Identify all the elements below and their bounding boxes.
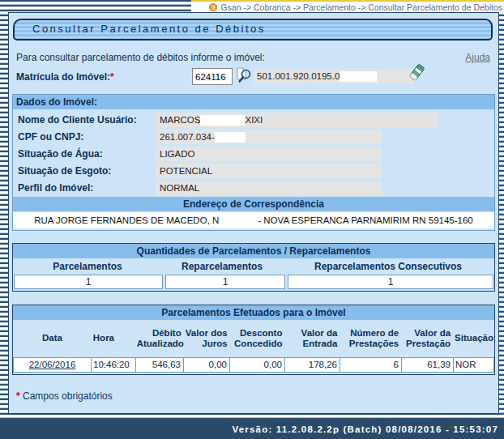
- matricula-input[interactable]: [192, 68, 233, 85]
- cell-valor-juros: 0,00: [184, 357, 230, 373]
- field-row-nome: Nome do Cliente Usuário: MARCOSXIXI: [13, 111, 494, 128]
- cell-situacao: NOR: [454, 357, 494, 373]
- col-valor-juros: Valor dos Juros: [184, 326, 230, 351]
- col-debito-atualizado: Débito Atualizado: [136, 326, 184, 351]
- inscricao-field: 501.001.920.0195.0: [254, 69, 413, 84]
- nome-cliente-value: MARCOSXIXI: [156, 113, 438, 127]
- col-valor-prestacao: Valor da Prestação: [401, 326, 453, 351]
- col-reparcelamentos: Reparcelamentos: [162, 261, 282, 272]
- quantidades-values-row: 1 1 1: [13, 275, 494, 291]
- gsan-window: ? Gsan -> Cobranca -> Parcelamento -> Co…: [0, 0, 504, 439]
- perfil-imovel-label: Perfil do Imóvel:: [13, 182, 156, 194]
- cpf-cnpj-value: 261.007.034-: [156, 130, 382, 144]
- col-reparcelamentos-consecutivos: Reparcelamentos Consecutivos: [282, 261, 494, 272]
- dados-imovel-fields: Nome do Cliente Usuário: MARCOSXIXI CPF …: [13, 109, 494, 197]
- help-link[interactable]: Ajuda: [465, 52, 490, 63]
- redacted-block: [200, 115, 245, 126]
- cell-data: 22/06/2016: [13, 357, 92, 373]
- quantidades-column-headers: Parcelamentos Reparcelamentos Reparcelam…: [13, 258, 494, 275]
- field-row-cpf: CPF ou CNPJ: 261.007.034-: [13, 128, 494, 145]
- reparcelamentos-count: 1: [165, 275, 285, 289]
- col-desconto-concedido: Desconto Concedido: [230, 326, 285, 351]
- eraser-icon: [408, 63, 425, 83]
- help-icon: ?: [209, 3, 217, 11]
- cell-debito-atualizado: 546,63: [136, 357, 184, 373]
- situacao-agua-value: LIGADO: [156, 147, 382, 161]
- breadcrumb: ? Gsan -> Cobranca -> Parcelamento -> Co…: [191, 0, 504, 12]
- cell-hora: 10:46:20: [92, 357, 136, 373]
- nome-cliente-label: Nome do Cliente Usuário:: [13, 114, 156, 126]
- main-panel: Consultar Parcelamento de Débitos Para c…: [8, 12, 499, 414]
- reparcelamentos-consecutivos-count: 1: [288, 275, 493, 289]
- redacted-block: [340, 71, 377, 82]
- col-situacao: Situação: [453, 331, 494, 345]
- situacao-agua-label: Situação de Água:: [13, 148, 156, 160]
- intro-row: Para consultar parcelamento de débitos i…: [16, 52, 490, 63]
- parcelamentos-count: 1: [14, 275, 163, 289]
- situacao-esgoto-value: POTENCIAL: [156, 164, 382, 178]
- col-hora: Hora: [92, 331, 136, 345]
- dados-imovel-section: Dados do Imóvel: Nome do Cliente Usuário…: [12, 94, 495, 231]
- col-parcelamentos: Parcelamentos: [13, 261, 162, 272]
- quantidades-section: Quantidades de Parcelamentos / Reparcela…: [12, 243, 495, 292]
- redacted-block: [215, 132, 246, 143]
- endereco-header: Endereço de Correspondência: [13, 197, 494, 211]
- col-valor-entrada: Valor da Entrada: [284, 326, 340, 351]
- field-row-agua: Situação de Água: LIGADO: [13, 145, 494, 162]
- endereco-value: RUA JORGE FERNANDES DE MACEDO, N- NOVA E…: [13, 212, 494, 228]
- field-row-perfil: Perfil do Imóvel: NORMAL: [13, 179, 494, 196]
- perfil-imovel-value: NORMAL: [156, 181, 382, 195]
- field-row-esgoto: Situação de Esgoto: POTENCIAL: [13, 162, 494, 179]
- cell-desconto-concedido: 0,00: [230, 357, 285, 373]
- redacted-block: [219, 215, 258, 226]
- matricula-label: Matrícula do Imóvel:*: [16, 71, 114, 83]
- search-imovel-button[interactable]: [235, 66, 253, 86]
- situacao-esgoto-label: Situação de Esgoto:: [13, 165, 156, 177]
- dados-imovel-header: Dados do Imóvel:: [13, 95, 494, 109]
- table-row: 22/06/2016 10:46:20 546,63 0,00 0,00 178…: [13, 357, 494, 374]
- matricula-row: Matrícula do Imóvel:* 501.001.920.0195.0: [9, 68, 498, 89]
- required-asterisk: *: [110, 71, 114, 83]
- search-icon: [236, 67, 252, 83]
- parcelamento-date-link[interactable]: 22/06/2016: [29, 360, 76, 369]
- parcelamentos-table: Parcelamentos Efetuados para o Imóvel Da…: [12, 305, 495, 375]
- cell-numero-prestacoes: 6: [340, 357, 402, 373]
- col-numero-prestacoes: Número de Prestações: [340, 326, 401, 351]
- parcelamentos-table-header: Parcelamentos Efetuados para o Imóvel: [13, 305, 494, 320]
- col-data: Data: [13, 331, 92, 345]
- required-fields-note: * Campos obrigatórios: [16, 390, 113, 402]
- page-title: Consultar Parcelamento de Débitos: [13, 19, 493, 40]
- breadcrumb-trail[interactable]: Gsan -> Cobranca -> Parcelamento -> Cons…: [220, 2, 502, 12]
- required-note-text: Campos obrigatórios: [23, 390, 113, 402]
- version-statusbar: Versão: 11.2.08.2.2p (Batch) 08/08/2016 …: [0, 420, 504, 439]
- parcelamentos-column-headers: Data Hora Débito Atualizado Valor dos Ju…: [13, 320, 494, 357]
- clear-button[interactable]: [408, 63, 425, 84]
- intro-text: Para consultar parcelamento de débitos i…: [16, 52, 265, 63]
- cell-valor-entrada: 178,26: [285, 357, 340, 373]
- quantidades-header: Quantidades de Parcelamentos / Reparcela…: [13, 244, 494, 258]
- required-asterisk: *: [16, 390, 20, 402]
- cpf-cnpj-label: CPF ou CNPJ:: [13, 131, 156, 143]
- cell-valor-prestacao: 61,39: [402, 357, 454, 373]
